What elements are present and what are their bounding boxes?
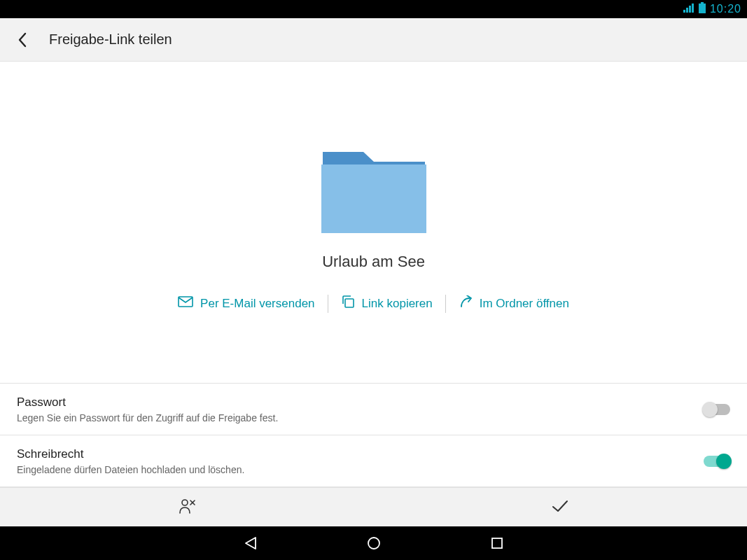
send-email-button[interactable]: Per E-Mail versenden: [165, 296, 327, 311]
copy-link-label: Link kopieren: [362, 297, 433, 311]
svg-point-14: [368, 538, 379, 549]
nav-home-button[interactable]: [365, 534, 383, 552]
check-icon: [551, 499, 569, 516]
settings-list: Passwort Legen Sie ein Passwort für den …: [0, 383, 747, 487]
svg-rect-8: [179, 297, 193, 307]
main-content: Urlaub am See Per E-Mail versenden Link …: [0, 62, 747, 526]
toggle-write[interactable]: [704, 456, 730, 467]
action-row: Per E-Mail versenden Link kopieren Im Or…: [165, 295, 582, 313]
remove-user-button[interactable]: [0, 488, 374, 526]
copy-icon: [341, 295, 355, 312]
svg-rect-7: [321, 164, 426, 233]
send-email-label: Per E-Mail versenden: [200, 297, 314, 311]
nav-recent-button[interactable]: [488, 534, 506, 552]
bottom-action-bar: [0, 487, 747, 526]
setting-password-title: Passwort: [17, 396, 278, 410]
open-folder-label: Im Ordner öffnen: [480, 297, 569, 311]
svg-rect-2: [689, 6, 691, 13]
mail-icon: [178, 296, 193, 311]
setting-write-sub: Eingeladene dürfen Dateien hochladen und…: [17, 464, 244, 475]
confirm-button[interactable]: [374, 488, 748, 526]
svg-rect-15: [492, 538, 502, 548]
nav-back-button[interactable]: [242, 534, 260, 552]
page-title: Freigabe-Link teilen: [49, 31, 172, 48]
setting-password-sub: Legen Sie ein Passwort für den Zugriff a…: [17, 412, 278, 424]
svg-rect-1: [686, 8, 688, 13]
folder-area: Urlaub am See Per E-Mail versenden Link …: [0, 62, 747, 383]
battery-icon: [699, 2, 706, 16]
svg-marker-13: [246, 538, 256, 549]
svg-point-10: [182, 500, 188, 505]
setting-password: Passwort Legen Sie ein Passwort für den …: [0, 384, 747, 435]
copy-link-button[interactable]: Link kopieren: [328, 295, 445, 312]
android-nav-bar: [0, 526, 747, 560]
folder-icon: [321, 146, 426, 233]
svg-rect-3: [692, 4, 694, 13]
setting-write-title: Schreibrecht: [17, 447, 244, 461]
status-bar: 10:20: [0, 0, 747, 18]
status-time: 10:20: [710, 3, 741, 15]
open-folder-button[interactable]: Im Ordner öffnen: [446, 295, 582, 312]
open-icon: [459, 295, 473, 312]
signal-icon: [683, 3, 694, 15]
svg-rect-9: [345, 299, 354, 307]
svg-rect-4: [701, 2, 704, 4]
back-button[interactable]: [14, 31, 31, 48]
svg-rect-5: [699, 4, 706, 13]
setting-write: Schreibrecht Eingeladene dürfen Dateien …: [0, 435, 747, 487]
svg-rect-0: [683, 10, 685, 13]
app-bar: Freigabe-Link teilen: [0, 18, 747, 62]
folder-name: Urlaub am See: [322, 253, 425, 271]
toggle-password[interactable]: [704, 404, 730, 415]
remove-user-icon: [178, 498, 196, 517]
